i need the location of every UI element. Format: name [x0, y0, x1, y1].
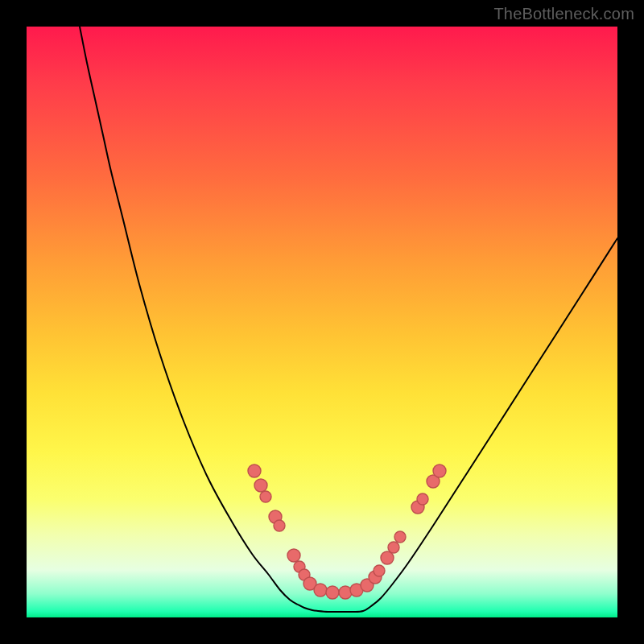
- dot-left-1: [248, 464, 261, 477]
- dot-flat-2: [314, 584, 327, 597]
- dot-right-9: [433, 464, 446, 477]
- curve-svg: [27, 27, 617, 617]
- dot-flat-3: [326, 586, 339, 599]
- watermark-label: TheBottleneck.com: [493, 5, 634, 23]
- dot-right-5: [394, 531, 406, 543]
- marker-dots: [248, 464, 446, 599]
- dot-left-2: [254, 479, 267, 492]
- plot-area: [27, 27, 617, 617]
- dot-right-2: [374, 565, 385, 576]
- dot-left-3: [260, 491, 271, 502]
- bottleneck-curve: [80, 27, 617, 612]
- dot-left-5: [274, 520, 285, 531]
- dot-right-7: [417, 493, 428, 505]
- dot-flat-4: [339, 586, 352, 599]
- dot-right-3: [381, 551, 394, 564]
- dot-right-4: [388, 542, 399, 553]
- dot-left-6: [287, 549, 300, 562]
- chart-frame: TheBottleneck.com: [0, 0, 644, 644]
